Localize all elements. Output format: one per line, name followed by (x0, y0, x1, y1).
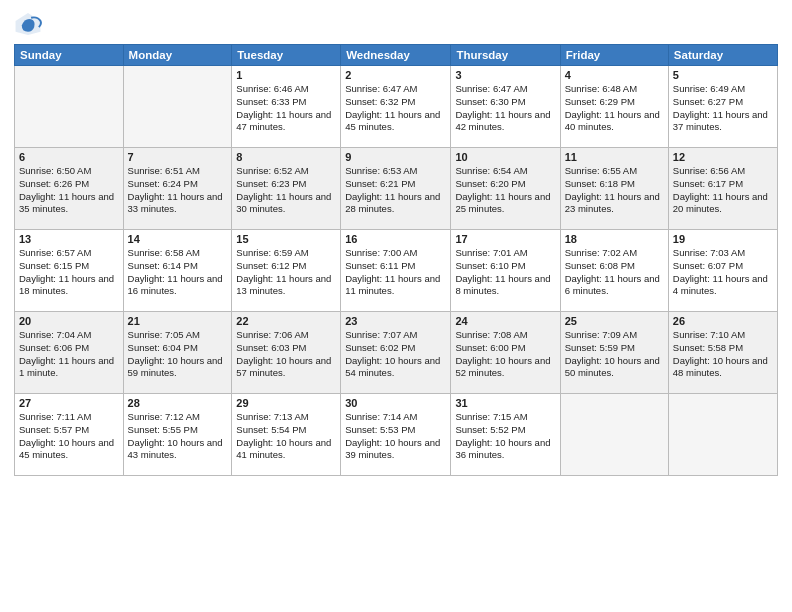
day-cell: 8Sunrise: 6:52 AM Sunset: 6:23 PM Daylig… (232, 148, 341, 230)
day-number: 31 (455, 397, 555, 409)
day-info: Sunrise: 7:08 AM Sunset: 6:00 PM Dayligh… (455, 329, 555, 380)
day-cell: 9Sunrise: 6:53 AM Sunset: 6:21 PM Daylig… (341, 148, 451, 230)
day-number: 19 (673, 233, 773, 245)
day-cell: 4Sunrise: 6:48 AM Sunset: 6:29 PM Daylig… (560, 66, 668, 148)
day-number: 20 (19, 315, 119, 327)
day-number: 9 (345, 151, 446, 163)
day-info: Sunrise: 7:07 AM Sunset: 6:02 PM Dayligh… (345, 329, 446, 380)
day-cell: 26Sunrise: 7:10 AM Sunset: 5:58 PM Dayli… (668, 312, 777, 394)
day-number: 27 (19, 397, 119, 409)
week-row-2: 6Sunrise: 6:50 AM Sunset: 6:26 PM Daylig… (15, 148, 778, 230)
weekday-header-friday: Friday (560, 45, 668, 66)
day-info: Sunrise: 6:57 AM Sunset: 6:15 PM Dayligh… (19, 247, 119, 298)
day-number: 18 (565, 233, 664, 245)
day-number: 10 (455, 151, 555, 163)
day-cell: 27Sunrise: 7:11 AM Sunset: 5:57 PM Dayli… (15, 394, 124, 476)
day-info: Sunrise: 6:52 AM Sunset: 6:23 PM Dayligh… (236, 165, 336, 216)
day-info: Sunrise: 6:54 AM Sunset: 6:20 PM Dayligh… (455, 165, 555, 216)
week-row-3: 13Sunrise: 6:57 AM Sunset: 6:15 PM Dayli… (15, 230, 778, 312)
day-info: Sunrise: 7:10 AM Sunset: 5:58 PM Dayligh… (673, 329, 773, 380)
weekday-header-tuesday: Tuesday (232, 45, 341, 66)
logo-icon (14, 10, 42, 38)
day-cell: 11Sunrise: 6:55 AM Sunset: 6:18 PM Dayli… (560, 148, 668, 230)
day-number: 16 (345, 233, 446, 245)
day-info: Sunrise: 7:15 AM Sunset: 5:52 PM Dayligh… (455, 411, 555, 462)
day-number: 26 (673, 315, 773, 327)
day-cell: 23Sunrise: 7:07 AM Sunset: 6:02 PM Dayli… (341, 312, 451, 394)
day-number: 25 (565, 315, 664, 327)
day-number: 1 (236, 69, 336, 81)
day-number: 5 (673, 69, 773, 81)
day-number: 14 (128, 233, 228, 245)
day-info: Sunrise: 7:13 AM Sunset: 5:54 PM Dayligh… (236, 411, 336, 462)
day-cell: 21Sunrise: 7:05 AM Sunset: 6:04 PM Dayli… (123, 312, 232, 394)
day-number: 29 (236, 397, 336, 409)
day-info: Sunrise: 7:06 AM Sunset: 6:03 PM Dayligh… (236, 329, 336, 380)
day-number: 8 (236, 151, 336, 163)
day-info: Sunrise: 7:04 AM Sunset: 6:06 PM Dayligh… (19, 329, 119, 380)
weekday-header-row: SundayMondayTuesdayWednesdayThursdayFrid… (15, 45, 778, 66)
day-cell: 15Sunrise: 6:59 AM Sunset: 6:12 PM Dayli… (232, 230, 341, 312)
day-number: 7 (128, 151, 228, 163)
day-info: Sunrise: 7:12 AM Sunset: 5:55 PM Dayligh… (128, 411, 228, 462)
day-cell: 25Sunrise: 7:09 AM Sunset: 5:59 PM Dayli… (560, 312, 668, 394)
day-cell: 3Sunrise: 6:47 AM Sunset: 6:30 PM Daylig… (451, 66, 560, 148)
day-info: Sunrise: 6:53 AM Sunset: 6:21 PM Dayligh… (345, 165, 446, 216)
day-number: 24 (455, 315, 555, 327)
day-cell: 1Sunrise: 6:46 AM Sunset: 6:33 PM Daylig… (232, 66, 341, 148)
day-cell (668, 394, 777, 476)
day-cell: 2Sunrise: 6:47 AM Sunset: 6:32 PM Daylig… (341, 66, 451, 148)
day-number: 12 (673, 151, 773, 163)
day-number: 28 (128, 397, 228, 409)
day-cell (560, 394, 668, 476)
week-row-1: 1Sunrise: 6:46 AM Sunset: 6:33 PM Daylig… (15, 66, 778, 148)
day-info: Sunrise: 7:02 AM Sunset: 6:08 PM Dayligh… (565, 247, 664, 298)
day-number: 23 (345, 315, 446, 327)
weekday-header-wednesday: Wednesday (341, 45, 451, 66)
weekday-header-monday: Monday (123, 45, 232, 66)
day-info: Sunrise: 7:00 AM Sunset: 6:11 PM Dayligh… (345, 247, 446, 298)
day-info: Sunrise: 6:50 AM Sunset: 6:26 PM Dayligh… (19, 165, 119, 216)
day-info: Sunrise: 6:59 AM Sunset: 6:12 PM Dayligh… (236, 247, 336, 298)
day-cell: 22Sunrise: 7:06 AM Sunset: 6:03 PM Dayli… (232, 312, 341, 394)
day-number: 13 (19, 233, 119, 245)
day-cell: 28Sunrise: 7:12 AM Sunset: 5:55 PM Dayli… (123, 394, 232, 476)
day-number: 4 (565, 69, 664, 81)
week-row-4: 20Sunrise: 7:04 AM Sunset: 6:06 PM Dayli… (15, 312, 778, 394)
weekday-header-saturday: Saturday (668, 45, 777, 66)
page: SundayMondayTuesdayWednesdayThursdayFrid… (0, 0, 792, 612)
day-cell: 19Sunrise: 7:03 AM Sunset: 6:07 PM Dayli… (668, 230, 777, 312)
day-number: 2 (345, 69, 446, 81)
day-info: Sunrise: 7:09 AM Sunset: 5:59 PM Dayligh… (565, 329, 664, 380)
day-info: Sunrise: 6:47 AM Sunset: 6:30 PM Dayligh… (455, 83, 555, 134)
logo (14, 10, 46, 38)
day-info: Sunrise: 6:49 AM Sunset: 6:27 PM Dayligh… (673, 83, 773, 134)
day-cell: 12Sunrise: 6:56 AM Sunset: 6:17 PM Dayli… (668, 148, 777, 230)
calendar: SundayMondayTuesdayWednesdayThursdayFrid… (14, 44, 778, 476)
day-info: Sunrise: 7:03 AM Sunset: 6:07 PM Dayligh… (673, 247, 773, 298)
day-number: 30 (345, 397, 446, 409)
day-info: Sunrise: 7:14 AM Sunset: 5:53 PM Dayligh… (345, 411, 446, 462)
day-info: Sunrise: 6:56 AM Sunset: 6:17 PM Dayligh… (673, 165, 773, 216)
week-row-5: 27Sunrise: 7:11 AM Sunset: 5:57 PM Dayli… (15, 394, 778, 476)
day-cell: 30Sunrise: 7:14 AM Sunset: 5:53 PM Dayli… (341, 394, 451, 476)
day-cell: 16Sunrise: 7:00 AM Sunset: 6:11 PM Dayli… (341, 230, 451, 312)
day-cell (15, 66, 124, 148)
day-number: 11 (565, 151, 664, 163)
header (14, 10, 778, 38)
day-info: Sunrise: 7:05 AM Sunset: 6:04 PM Dayligh… (128, 329, 228, 380)
day-number: 22 (236, 315, 336, 327)
day-number: 3 (455, 69, 555, 81)
day-cell: 14Sunrise: 6:58 AM Sunset: 6:14 PM Dayli… (123, 230, 232, 312)
day-number: 6 (19, 151, 119, 163)
day-cell: 6Sunrise: 6:50 AM Sunset: 6:26 PM Daylig… (15, 148, 124, 230)
day-info: Sunrise: 6:46 AM Sunset: 6:33 PM Dayligh… (236, 83, 336, 134)
day-info: Sunrise: 7:01 AM Sunset: 6:10 PM Dayligh… (455, 247, 555, 298)
day-cell: 10Sunrise: 6:54 AM Sunset: 6:20 PM Dayli… (451, 148, 560, 230)
day-cell: 24Sunrise: 7:08 AM Sunset: 6:00 PM Dayli… (451, 312, 560, 394)
day-cell: 17Sunrise: 7:01 AM Sunset: 6:10 PM Dayli… (451, 230, 560, 312)
day-number: 21 (128, 315, 228, 327)
day-number: 17 (455, 233, 555, 245)
weekday-header-thursday: Thursday (451, 45, 560, 66)
day-cell: 18Sunrise: 7:02 AM Sunset: 6:08 PM Dayli… (560, 230, 668, 312)
